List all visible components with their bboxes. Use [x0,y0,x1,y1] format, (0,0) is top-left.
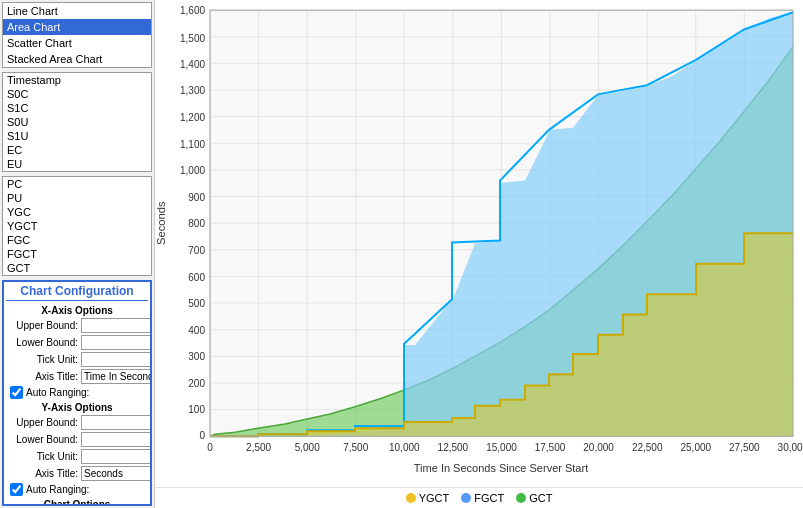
legend-color-dot [516,493,526,503]
timestamp-listbox-item[interactable]: EU [3,157,151,171]
svg-text:10,000: 10,000 [389,442,420,453]
y-auto-ranging-label: Auto Ranging: [26,484,89,495]
x-tick-unit-input[interactable] [81,352,152,367]
x-auto-ranging-checkbox[interactable] [10,386,23,399]
svg-text:15,000: 15,000 [486,442,517,453]
legend-color-dot [406,493,416,503]
svg-text:20,000: 20,000 [583,442,614,453]
y-tick-unit-input[interactable] [81,449,152,464]
svg-text:400: 400 [188,325,205,336]
timestamp-listbox-item[interactable]: S0U [3,115,151,129]
x-tick-unit-label: Tick Unit: [6,354,81,365]
y-lower-bound-label: Lower Bound: [6,434,81,445]
svg-text:17,500: 17,500 [535,442,566,453]
timestamp-listbox-item[interactable]: S1U [3,129,151,143]
x-lower-bound-label: Lower Bound: [6,337,81,348]
y-upper-bound-label: Upper Bound: [6,417,81,428]
series-listbox[interactable]: PCPUYGCYGCTFGCFGCTGCT [2,176,152,276]
svg-text:1,400: 1,400 [180,59,205,70]
svg-text:12,500: 12,500 [438,442,469,453]
config-title: Chart Configuration [6,284,148,301]
chart-type-item[interactable]: Scatter Chart [3,35,151,51]
x-auto-ranging-label: Auto Ranging: [26,387,89,398]
series-listbox-item[interactable]: FGC [3,233,151,247]
series-listbox-item[interactable]: YGC [3,205,151,219]
x-lower-bound-input[interactable] [81,335,152,350]
svg-text:100: 100 [188,404,205,415]
svg-text:7,500: 7,500 [343,442,368,453]
svg-text:500: 500 [188,298,205,309]
y-axis-title-input[interactable] [81,466,152,481]
right-panel: 0 100 200 300 400 500 600 700 800 900 1,… [155,0,803,508]
svg-text:30,000: 30,000 [778,442,803,453]
svg-text:1,500: 1,500 [180,33,205,44]
series-listbox-item[interactable]: FGCT [3,247,151,261]
svg-text:1,600: 1,600 [180,5,205,16]
y-tick-unit-label: Tick Unit: [6,451,81,462]
legend-label: FGCT [474,492,504,504]
svg-text:5,000: 5,000 [295,442,320,453]
chart-type-item[interactable]: Line Chart [3,3,151,19]
x-upper-bound-input[interactable] [81,318,152,333]
x-axis-title-label: Axis Title: [6,371,81,382]
svg-text:Seconds: Seconds [155,201,167,245]
series-listbox-item[interactable]: GCT [3,261,151,275]
svg-text:600: 600 [188,272,205,283]
legend-item: GCT [516,492,552,504]
x-upper-bound-label: Upper Bound: [6,320,81,331]
svg-text:300: 300 [188,351,205,362]
svg-text:Time In Seconds Since Server S: Time In Seconds Since Server Start [414,462,588,474]
svg-text:0: 0 [199,430,205,441]
y-axis-header: Y-Axis Options [6,402,148,413]
svg-text:1,100: 1,100 [180,139,205,150]
svg-text:800: 800 [188,218,205,229]
svg-text:2,500: 2,500 [246,442,271,453]
svg-text:1,000: 1,000 [180,165,205,176]
series-listbox-item[interactable]: PU [3,191,151,205]
legend-item: FGCT [461,492,504,504]
svg-text:1,200: 1,200 [180,112,205,123]
svg-text:1,300: 1,300 [180,85,205,96]
y-axis-title-label: Axis Title: [6,468,81,479]
chart-type-item[interactable]: Stacked Area Chart [3,51,151,67]
y-lower-bound-input[interactable] [81,432,152,447]
timestamp-listbox-item[interactable]: Timestamp [3,73,151,87]
chart-type-list: Line ChartArea ChartScatter ChartStacked… [2,2,152,68]
x-axis-header: X-Axis Options [6,305,148,316]
timestamp-listbox-item[interactable]: EC [3,143,151,157]
y-auto-ranging-checkbox[interactable] [10,483,23,496]
timestamp-listbox-item[interactable]: S0C [3,87,151,101]
chart-legend: YGCTFGCTGCT [155,487,803,508]
y-upper-bound-input[interactable] [81,415,152,430]
svg-text:25,000: 25,000 [681,442,712,453]
legend-color-dot [461,493,471,503]
chart-type-item[interactable]: Area Chart [3,19,151,35]
svg-text:0: 0 [207,442,213,453]
svg-text:700: 700 [188,245,205,256]
svg-text:22,500: 22,500 [632,442,663,453]
legend-item: YGCT [406,492,450,504]
legend-label: YGCT [419,492,450,504]
legend-label: GCT [529,492,552,504]
series-listbox-item[interactable]: YGCT [3,219,151,233]
chart-configuration: Chart Configuration X-Axis Options Upper… [2,280,152,506]
timestamp-listbox[interactable]: TimestampS0CS1CS0US1UECEU [2,72,152,172]
svg-text:900: 900 [188,192,205,203]
left-panel: Line ChartArea ChartScatter ChartStacked… [0,0,155,508]
main-chart-svg: 0 100 200 300 400 500 600 700 800 900 1,… [155,0,803,487]
svg-text:27,500: 27,500 [729,442,760,453]
svg-text:200: 200 [188,377,205,388]
x-axis-title-input[interactable] [81,369,152,384]
chart-options-header: Chart Options [6,499,148,506]
chart-area: 0 100 200 300 400 500 600 700 800 900 1,… [155,0,803,487]
timestamp-listbox-item[interactable]: S1C [3,101,151,115]
series-listbox-item[interactable]: PC [3,177,151,191]
